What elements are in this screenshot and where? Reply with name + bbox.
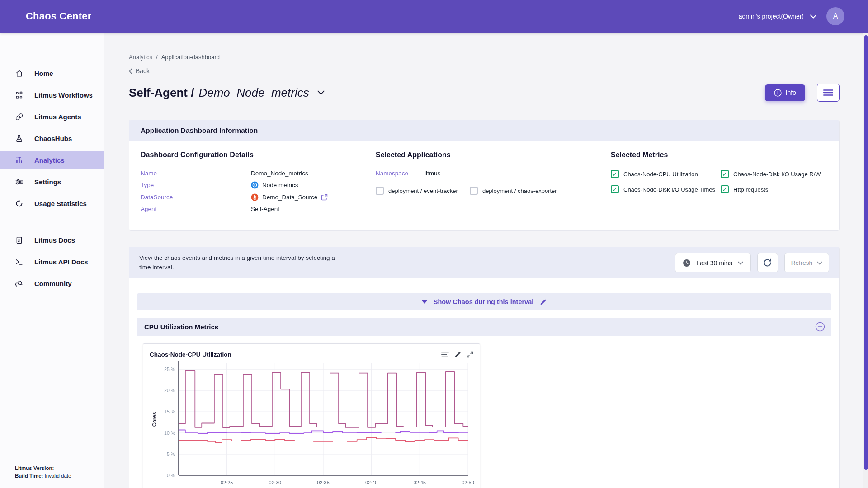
checkbox-http-requests[interactable]: ✓ Http requests [721, 185, 839, 193]
settings-icon [15, 178, 24, 186]
hamburger-icon [823, 89, 833, 96]
workflows-icon [15, 91, 24, 99]
options-menu-button[interactable] [817, 84, 840, 102]
sidebar-item-label: Home [34, 70, 53, 77]
project-selector[interactable]: admin's project(Owner) [739, 13, 816, 20]
checkbox-checked-icon[interactable]: ✓ [721, 185, 729, 193]
svg-text:25 %: 25 % [164, 366, 175, 372]
docs-icon [15, 236, 24, 244]
checkbox-checked-icon[interactable]: ✓ [721, 170, 729, 178]
checkbox-disk-io-rw[interactable]: ✓ Chaos-Node-Disk I/O Usage R/W [721, 170, 839, 178]
sidebar-item-label: Analytics [34, 156, 65, 164]
sidebar-item-settings[interactable]: Settings [0, 173, 104, 191]
svg-text:02:35: 02:35 [317, 480, 330, 485]
sidebar-item-home[interactable]: Home [0, 64, 104, 82]
sidebar-item-label: Litmus Agents [34, 113, 81, 121]
main-content: Analytics / Application-dashboard Back S… [104, 33, 868, 488]
app-title: Chaos Center [0, 10, 91, 22]
avatar[interactable]: A [826, 7, 844, 25]
sidebar-divider [0, 221, 104, 221]
chevron-left-icon [129, 68, 132, 74]
chaoshubs-icon [15, 134, 24, 143]
build-time-label: Build Time: [15, 473, 43, 479]
cpu-utilization-chart[interactable]: 0 %5 %10 %15 %20 %25 %02:2502:3002:3502:… [150, 358, 474, 488]
sidebar-item-litmus-agents[interactable]: Litmus Agents [0, 108, 104, 126]
sidebar-item-usage-statistics[interactable]: Usage Statistics [0, 194, 104, 212]
svg-text:02:40: 02:40 [365, 480, 378, 485]
chevron-down-icon [810, 14, 816, 19]
agents-icon [15, 113, 24, 121]
analytics-icon [15, 156, 24, 164]
collapse-panel-button[interactable] [815, 322, 825, 332]
sidebar-item-label: Community [34, 280, 72, 287]
external-link-icon[interactable] [321, 194, 328, 201]
svg-text:Cores: Cores [151, 412, 157, 427]
sidebar-item-litmus-workflows[interactable]: Litmus Workflows [0, 86, 104, 104]
checkbox-chaos-exporter[interactable]: deployment / chaos-exporter [470, 187, 557, 195]
sidebar-item-analytics[interactable]: Analytics [0, 151, 104, 169]
minus-circle-icon [815, 322, 825, 332]
checkbox-disk-io-times[interactable]: ✓ Chaos-Node-Disk I/O Usage Times [611, 185, 721, 193]
sidebar: Home Litmus Workflows Litmus Agents Chao… [0, 33, 104, 488]
sidebar-item-litmus-api-docs[interactable]: Litmus API Docs [0, 253, 104, 271]
clock-icon [683, 259, 691, 267]
chart-expand-icon[interactable] [467, 351, 473, 358]
svg-text:20 %: 20 % [164, 388, 175, 393]
breadcrumb-analytics[interactable]: Analytics [129, 54, 152, 61]
dashboard-switcher-chevron[interactable] [317, 90, 325, 95]
sidebar-item-label: Litmus Workflows [34, 91, 93, 99]
refresh-icon [763, 258, 772, 267]
edit-pencil-icon[interactable] [540, 299, 547, 305]
back-button[interactable]: Back [129, 67, 840, 75]
page-title: Self-Agent / Demo_Node_metrics [129, 86, 309, 100]
scrollbar-thumb[interactable] [864, 35, 868, 470]
breadcrumb-application-dashboard: Application-dashboard [161, 54, 220, 61]
checkbox-icon[interactable] [376, 187, 384, 195]
checkbox-cpu-utilization[interactable]: ✓ Chaos-Node-CPU Utilization [611, 170, 721, 178]
panel-title: Application Dashboard Information [129, 120, 839, 141]
config-row-agent: Agent Self-Agent [141, 206, 376, 212]
sidebar-item-label: Usage Statistics [34, 200, 87, 207]
chevron-down-icon [317, 90, 325, 95]
application-dashboard-information-panel: Application Dashboard Information Dashbo… [129, 120, 840, 231]
sidebar-item-litmus-docs[interactable]: Litmus Docs [0, 231, 104, 249]
home-icon [15, 69, 24, 78]
vertical-scrollbar[interactable] [863, 33, 868, 488]
sidebar-item-label: Litmus API Docs [34, 258, 88, 266]
info-button[interactable]: Info [765, 84, 805, 101]
cpu-panel-title: CPU Utilization Metrics [144, 323, 218, 331]
breadcrumb-separator: / [156, 54, 158, 61]
cpu-utilization-chart-card: Chaos-Node-CPU Utilization 0 %5 %10 %15 … [143, 343, 480, 488]
show-chaos-toggle[interactable]: Show Chaos during this interval [137, 293, 831, 310]
sidebar-item-community[interactable]: Community [0, 274, 104, 292]
chevron-down-icon [817, 261, 822, 265]
chart-legend-icon[interactable] [441, 352, 449, 357]
svg-text:02:50: 02:50 [462, 480, 474, 485]
cpu-utilization-metrics-panel: CPU Utilization Metrics Chaos-Node-CPU U… [137, 318, 831, 488]
triangle-down-icon [422, 300, 427, 304]
config-row-name: Name Demo_Node_metrics [141, 170, 376, 177]
sidebar-item-label: Settings [34, 178, 61, 186]
svg-text:5 %: 5 % [167, 451, 175, 457]
refresh-now-button[interactable] [757, 253, 778, 272]
checkbox-checked-icon[interactable]: ✓ [611, 170, 619, 178]
svg-text:15 %: 15 % [164, 409, 175, 414]
namespace-row: Namespace litmus [376, 170, 611, 177]
breadcrumb: Analytics / Application-dashboard [129, 54, 840, 61]
metrics-section-card: View the chaos events and metrics in a g… [129, 247, 840, 488]
config-details-title: Dashboard Configuration Details [141, 151, 376, 159]
checkbox-checked-icon[interactable]: ✓ [611, 185, 619, 193]
terminal-icon [15, 258, 24, 266]
checkbox-icon[interactable] [470, 187, 478, 195]
info-icon [774, 89, 782, 97]
prometheus-icon [251, 193, 259, 201]
chevron-down-icon [738, 261, 743, 265]
svg-text:02:25: 02:25 [221, 480, 233, 485]
refresh-rate-selector[interactable]: Refresh [784, 253, 829, 272]
chart-edit-icon[interactable] [454, 351, 461, 358]
sidebar-item-chaoshubs[interactable]: ChaosHubs [0, 129, 104, 147]
selected-applications-title: Selected Applications [376, 151, 611, 159]
checkbox-event-tracker[interactable]: deployment / event-tracker [376, 187, 458, 195]
sidebar-item-label: Litmus Docs [34, 236, 75, 244]
time-range-selector[interactable]: Last 30 mins [675, 253, 750, 272]
